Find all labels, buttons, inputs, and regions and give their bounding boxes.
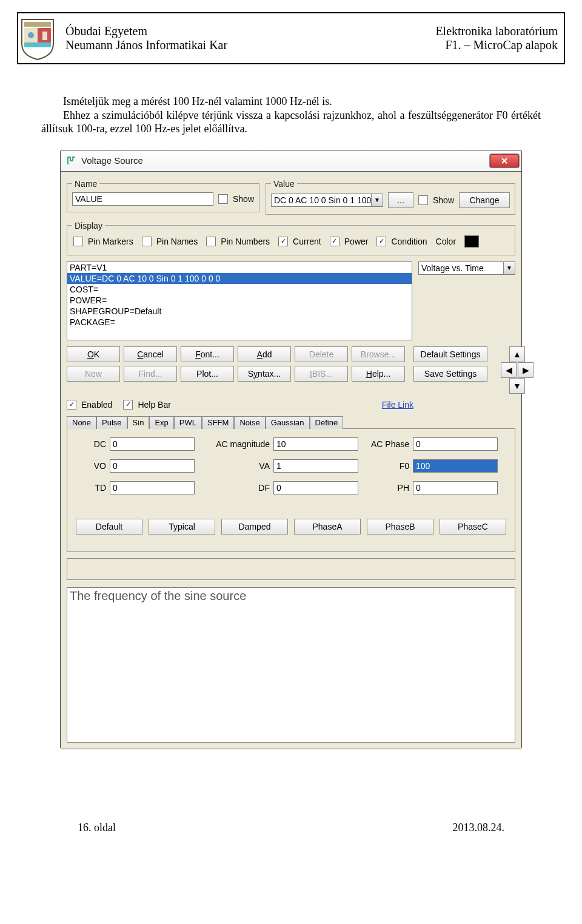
list-item[interactable]: COST= [67,284,412,295]
ph-input[interactable] [413,481,498,494]
name-legend: Name [72,179,99,189]
page-footer: 16. oldal 2013.08.24. [78,821,504,834]
value-input[interactable] [271,194,383,207]
dc-label: DC [73,439,110,449]
save-settings-button[interactable]: Save Settings [413,366,487,382]
default-settings-button[interactable]: Default Settings [413,346,487,362]
nav-left-button[interactable]: ◀ [501,362,517,378]
color-label: Color [436,237,456,246]
tab-exp[interactable]: Exp [149,416,173,429]
tab-gaussian[interactable]: Gaussian [266,416,310,429]
body-text: Ismételjük meg a mérést 100 Hz-nél valam… [41,95,541,136]
attribute-listbox[interactable]: PART=V1 VALUE=DC 0 AC 10 0 Sin 0 1 100 0… [67,261,412,340]
f0-input[interactable] [413,459,498,473]
new-button[interactable]: New [67,366,120,382]
list-item[interactable]: SHAPEGROUP=Default [67,306,412,317]
change-button[interactable]: Change [459,192,510,208]
close-icon [501,157,508,164]
name-fieldset: Name Show [67,179,259,212]
acphase-input[interactable] [413,437,498,451]
preset-phasea-button[interactable]: PhaseA [294,519,361,535]
nav-pad: ▲ ◀ ▶ ▼ [501,346,534,394]
close-button[interactable] [490,154,519,167]
value-dropdown-arrow[interactable]: ▼ [371,194,383,206]
voltage-source-dialog: Voltage Source Name Show [61,150,521,749]
value-show-checkbox[interactable] [418,195,428,205]
value-browse-button[interactable]: ... [388,192,413,208]
plot-button[interactable]: Plot... [181,366,234,382]
vo-input[interactable] [110,459,195,473]
value-legend: Value [271,179,297,189]
helpbar-checkbox[interactable] [123,400,133,410]
pinmarkers-checkbox[interactable] [73,237,83,246]
name-input[interactable] [72,192,213,206]
filelink-link[interactable]: File Link [382,400,413,410]
tab-pulse[interactable]: Pulse [96,416,127,429]
pinnames-checkbox[interactable] [142,237,152,246]
dialog-titlebar[interactable]: Voltage Source [61,150,521,172]
help-button[interactable]: Help... [352,366,405,382]
df-label: DF [195,483,273,493]
document-header: Óbudai Egyetem Neumann János Informatika… [17,12,565,64]
list-item[interactable]: POWER= [67,295,412,306]
condition-checkbox[interactable] [376,237,386,246]
nav-up-button[interactable]: ▲ [509,346,525,362]
cancel-button[interactable]: Cancel [124,346,177,362]
preset-typical-button[interactable]: Typical [149,519,215,535]
display-legend: Display [72,221,105,231]
va-label: VA [195,461,273,471]
value-fieldset: Value ▼ ... Show Change [266,179,515,215]
tab-pwl[interactable]: PWL [174,416,202,429]
tab-sin[interactable]: Sin [127,416,150,429]
preset-phasec-button[interactable]: PhaseC [440,519,506,535]
acmag-input[interactable] [273,437,358,451]
syntax-button[interactable]: Syntax... [238,366,291,382]
app-icon [65,155,76,166]
color-swatch[interactable] [464,235,479,248]
font-button[interactable]: Font... [181,346,234,362]
list-item[interactable]: PACKAGE= [67,317,412,328]
tab-define[interactable]: Define [310,416,344,429]
enabled-checkbox[interactable] [67,400,76,410]
plot-combo-arrow[interactable]: ▼ [503,262,515,274]
acmag-label: AC magnitude [195,439,273,449]
tab-none[interactable]: None [67,416,96,429]
plot-type-combo[interactable] [418,261,515,275]
vo-label: VO [73,461,110,471]
name-show-checkbox[interactable] [218,194,228,204]
list-item[interactable]: PART=V1 [67,262,412,273]
value-show-label: Show [433,195,454,205]
preset-damped-button[interactable]: Damped [221,519,288,535]
crest-icon [21,16,55,61]
preset-phaseb-button[interactable]: PhaseB [367,519,433,535]
power-checkbox[interactable] [330,237,340,246]
nav-down-button[interactable]: ▼ [509,378,525,394]
ok-button[interactable]: OK [67,346,120,362]
dc-input[interactable] [110,437,195,451]
svg-rect-3 [24,42,51,47]
pinnumbers-checkbox[interactable] [206,237,216,246]
tab-noise[interactable]: Noise [234,416,265,429]
page-date: 2013.08.24. [453,821,505,834]
va-input[interactable] [273,459,358,473]
help-bar-text: The frequency of the sine source [70,589,246,602]
browse-button[interactable]: Browse... [352,346,405,362]
df-input[interactable] [273,481,358,494]
add-button[interactable]: Add [238,346,291,362]
svg-rect-5 [42,32,47,40]
page-number: 16. oldal [78,821,116,834]
preset-default-button[interactable]: Default [76,519,142,535]
paragraph-1: Ismételjük meg a mérést 100 Hz-nél valam… [41,95,541,109]
list-item-selected[interactable]: VALUE=DC 0 AC 10 0 Sin 0 1 100 0 0 0 [67,273,412,284]
delete-button[interactable]: Delete [295,346,348,362]
tab-sffm[interactable]: SFFM [202,416,234,429]
expression-field[interactable] [67,558,515,580]
ph-label: PH [358,483,413,493]
current-checkbox[interactable] [278,237,288,246]
td-input[interactable] [110,481,195,494]
ibis-button[interactable]: IBIS... [295,366,348,382]
header-right-2: F1. – MicroCap alapok [435,38,558,52]
nav-right-button[interactable]: ▶ [518,362,534,378]
find-button[interactable]: Find... [124,366,177,382]
header-left-1: Óbudai Egyetem [65,24,227,38]
